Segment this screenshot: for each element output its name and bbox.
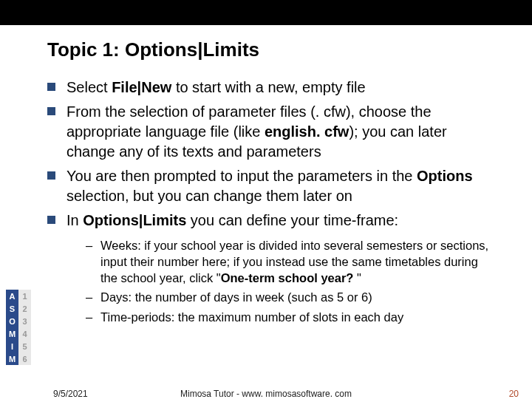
mimosa-logo: A1 S2 O3 M4 I5 M6 [6,290,31,365]
logo-letter: S [6,302,18,315]
sub-bullet-item: Days: the number of days in week (such a… [86,290,491,306]
bullet-text-bold: Options|Limits [83,212,186,228]
sub-bullet-item: Time-periods: the maximum number of slot… [86,310,491,326]
bullet-text: In [66,212,83,228]
logo-num: 6 [18,352,31,365]
logo-letter: A [6,290,18,302]
footer-center: Mimosa Tutor - www. mimosasoftware. com [0,389,532,399]
top-black-bar [0,0,532,25]
content-area: Topic 1: Options|Limits Select File|New … [47,38,491,330]
bullet-text: selection, but you can change them later… [66,188,352,204]
bullet-item: You are then prompted to input the param… [47,166,491,206]
slide: Topic 1: Options|Limits Select File|New … [0,0,532,399]
bullet-text: to start with a new, empty file [171,79,365,95]
bullet-text: Select [66,79,112,95]
bullet-item: From the selection of parameter files (.… [47,102,491,162]
logo-letter: O [6,315,18,327]
bullet-text-bold: File|New [112,79,171,95]
sub-bullet-list: Weeks: if your school year is divided in… [86,238,491,326]
logo-letter: I [6,340,18,352]
sub-bullet-text: Time-periods: the maximum number of slot… [100,310,403,324]
bullet-text-bold: Options [417,168,473,184]
logo-num: 3 [18,315,31,327]
sub-bullet-text: " [357,271,361,284]
logo-letter: M [6,352,18,365]
slide-title: Topic 1: Options|Limits [47,38,491,61]
logo-num: 2 [18,302,31,315]
page-number: 20 [509,389,519,399]
bullet-item: Select File|New to start with a new, emp… [47,78,491,98]
main-bullet-list: Select File|New to start with a new, emp… [47,78,491,326]
logo-letter: M [6,327,18,340]
bullet-item: In Options|Limits you can define your ti… [47,211,491,326]
sub-bullet-text-bold: One-term school year? [221,271,357,284]
logo-num: 5 [18,340,31,352]
logo-num: 1 [18,290,31,302]
bullet-text: you can define your time-frame: [186,212,398,228]
sub-bullet-item: Weeks: if your school year is divided in… [86,238,491,286]
bullet-text: You are then prompted to input the param… [66,168,417,184]
sub-bullet-text: Days: the number of days in week (such a… [100,290,372,304]
logo-num: 4 [18,327,31,340]
bullet-text-bold: english. cfw [265,123,349,140]
